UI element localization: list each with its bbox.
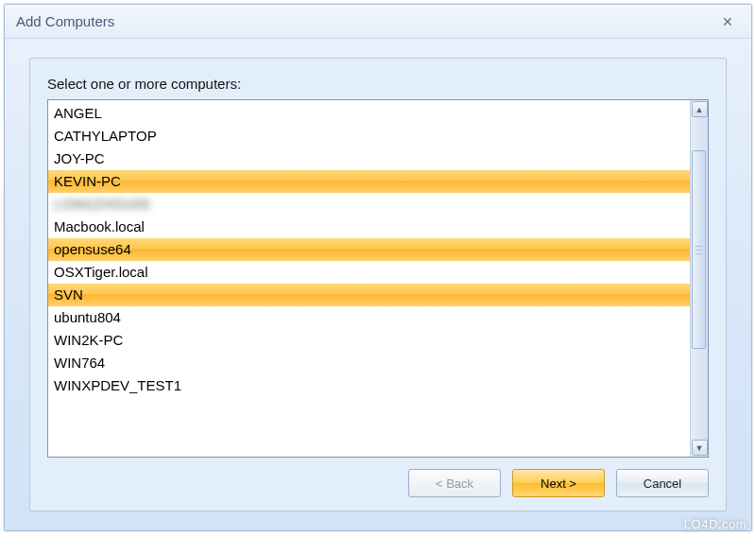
scroll-thumb[interactable] — [692, 150, 706, 349]
scroll-up-button[interactable]: ▲ — [692, 101, 708, 117]
list-item[interactable]: ANGEL — [48, 102, 690, 125]
scroll-down-button[interactable]: ▼ — [692, 440, 708, 456]
back-button: < Back — [408, 469, 501, 497]
list-item[interactable]: ubuntu804 — [48, 306, 690, 329]
wizard-buttons: < Back Next > Cancel — [47, 458, 709, 497]
titlebar[interactable]: Add Computers ✕ — [5, 5, 751, 39]
chevron-down-icon: ▼ — [696, 443, 704, 453]
vertical-scrollbar[interactable]: ▲ ▼ — [690, 100, 708, 457]
close-icon: ✕ — [722, 14, 733, 29]
client-area: Select one or more computers: ANGELCATHY… — [5, 39, 751, 530]
back-button-label: < Back — [436, 476, 473, 491]
prompt-label: Select one or more computers: — [47, 76, 709, 92]
cancel-button[interactable]: Cancel — [616, 469, 709, 497]
close-button[interactable]: ✕ — [715, 11, 740, 32]
dialog-window: Add Computers ✕ Select one or more compu… — [4, 4, 752, 531]
list-item[interactable]: JOY-PC — [48, 147, 690, 170]
next-button-label: Next > — [541, 476, 576, 491]
list-item[interactable]: LONGZHOU05 — [48, 193, 690, 216]
list-item[interactable]: SVN — [48, 284, 690, 306]
list-item[interactable]: WINXPDEV_TEST1 — [48, 374, 690, 397]
inner-panel: Select one or more computers: ANGELCATHY… — [29, 58, 727, 511]
list-item[interactable]: WIN2K-PC — [48, 329, 690, 352]
list-item[interactable]: KEVIN-PC — [48, 170, 690, 193]
list-item[interactable]: opensuse64 — [48, 238, 690, 261]
list-item[interactable]: OSXTiger.local — [48, 261, 690, 284]
computer-listbox[interactable]: ANGELCATHYLAPTOPJOY-PCKEVIN-PCLONGZHOU05… — [47, 99, 709, 458]
list-item[interactable]: WIN764 — [48, 352, 690, 374]
next-button[interactable]: Next > — [512, 469, 605, 497]
list-item[interactable]: Macbook.local — [48, 216, 690, 238]
window-title: Add Computers — [16, 13, 715, 29]
scroll-track[interactable] — [691, 118, 708, 439]
chevron-up-icon: ▲ — [696, 105, 704, 114]
computer-list[interactable]: ANGELCATHYLAPTOPJOY-PCKEVIN-PCLONGZHOU05… — [48, 100, 690, 457]
cancel-button-label: Cancel — [644, 476, 681, 491]
list-item[interactable]: CATHYLAPTOP — [48, 125, 690, 147]
